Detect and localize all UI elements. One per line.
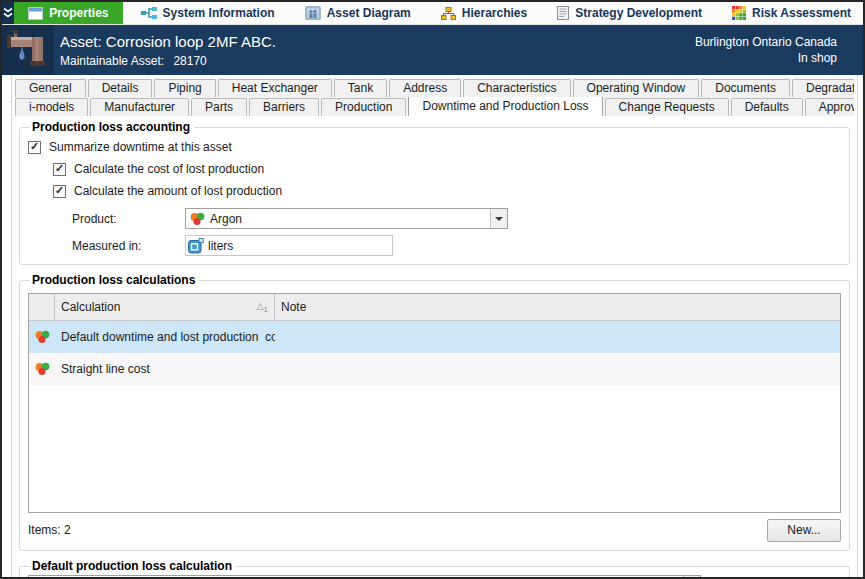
toolbar-tab-label: Hierarchies [462, 6, 527, 20]
tab-degradation-info[interactable]: Degradation Info [792, 79, 854, 97]
default-production-loss-calculation-group: Default production loss calculation Defa… [19, 559, 850, 579]
production-loss-accounting-group: Production loss accounting Summarize dow… [19, 120, 850, 265]
checkbox-checked[interactable] [28, 141, 41, 154]
calculation-cell: Default downtime and lost production co.… [55, 321, 275, 353]
corroded-pipe-icon [2, 25, 54, 75]
measured-in-label: Measured in: [72, 239, 185, 253]
tab-change-requests[interactable]: Change Requests [605, 98, 729, 116]
tab-production[interactable]: Production [321, 98, 406, 116]
table-row[interactable]: Default downtime and lost production co.… [29, 321, 840, 353]
tab-approvals[interactable]: Approvals [805, 98, 854, 116]
tab-manufacturer[interactable]: Manufacturer [90, 98, 189, 116]
molecule-icon [190, 212, 205, 226]
toolbar-tab-system-information[interactable]: System Information [129, 2, 287, 24]
tab-defaults[interactable]: Defaults [731, 98, 803, 116]
toolbar-tab-risk-assessment[interactable]: Risk Assessment [720, 2, 863, 24]
risk-matrix-icon [732, 6, 746, 20]
collapse-toolbar-button[interactable] [2, 2, 14, 24]
asset-header: Asset: Corrosion loop 2MF ABC. Maintaina… [2, 25, 863, 75]
checkbox-label: Summarize downtime at this asset [49, 140, 232, 154]
toolbar-tab-hierarchies[interactable]: Hierarchies [429, 2, 539, 24]
note-cell [275, 353, 840, 385]
tab-details[interactable]: Details [88, 79, 153, 97]
toolbar-tab-label: Properties [49, 6, 108, 20]
dropdown-arrow-icon[interactable] [490, 209, 507, 228]
unit-icon [188, 238, 204, 254]
new-button[interactable]: New... [767, 519, 841, 542]
tab-general[interactable]: General [15, 79, 86, 97]
tab-content: Production loss accounting Summarize dow… [15, 116, 854, 579]
checkbox-label: Calculate the cost of lost production [74, 162, 264, 176]
toolbar-tab-label: Asset Diagram [327, 6, 411, 20]
tab-row-1: General Details Piping Heat Exchanger Ta… [15, 78, 854, 97]
production-loss-calculations-group: Production loss calculations Calculation… [19, 273, 850, 551]
tab-operating-window[interactable]: Operating Window [573, 79, 700, 97]
toolbar-tab-label: Risk Assessment [752, 6, 851, 20]
tab-parts[interactable]: Parts [191, 98, 247, 116]
table-header-row: Calculation △1 Note [29, 294, 840, 321]
group-title: Default production loss calculation [30, 559, 236, 573]
tab-piping[interactable]: Piping [154, 79, 215, 97]
toolbar-tab-asset-diagram[interactable]: Asset Diagram [293, 2, 423, 24]
maintainable-asset-label: Maintainable Asset: [60, 54, 164, 68]
measured-in-value: liters [208, 239, 233, 253]
tab-barriers[interactable]: Barriers [249, 98, 319, 116]
checkbox-checked[interactable] [53, 163, 66, 176]
sort-ascending-icon: △1 [257, 301, 268, 314]
maintainable-asset-id: 28170 [173, 54, 206, 68]
asset-diagram-icon [305, 6, 321, 20]
measured-in-field[interactable]: liters [185, 235, 393, 256]
calculations-table: Calculation △1 Note Default downtime and… [28, 293, 841, 513]
chevron-double-down-icon [2, 7, 14, 19]
tab-documents[interactable]: Documents [701, 79, 790, 97]
calculation-column-header[interactable]: Calculation △1 [55, 294, 275, 320]
tab-i-models[interactable]: i-models [15, 98, 88, 116]
app-window: Properties System Information Asset Diag… [0, 0, 865, 579]
document-icon [557, 6, 569, 20]
note-cell [275, 321, 840, 353]
molecule-icon [29, 353, 55, 385]
icon-column-header[interactable] [29, 294, 55, 320]
group-title: Production loss calculations [30, 273, 199, 287]
properties-panel: General Details Piping Heat Exchanger Ta… [11, 75, 858, 579]
tab-downtime-and-production-loss[interactable]: Downtime and Production Loss [408, 97, 602, 116]
default-calculation-dropdown[interactable]: Default downtime and lost production cos… [28, 575, 701, 579]
summarize-downtime-checkbox-row[interactable]: Summarize downtime at this asset [28, 136, 841, 158]
product-label: Product: [72, 212, 185, 226]
asset-status: In shop [695, 50, 837, 66]
toolbar-tab-strategy-development[interactable]: Strategy Development [545, 2, 714, 24]
tab-strip: General Details Piping Heat Exchanger Ta… [15, 78, 854, 116]
toolbar-tab-label: System Information [163, 6, 275, 20]
product-value: Argon [210, 212, 242, 226]
tab-address[interactable]: Address [389, 79, 461, 97]
main-toolbar: Properties System Information Asset Diag… [2, 2, 863, 25]
checkbox-label: Calculate the amount of lost production [74, 184, 282, 198]
asset-title: Asset: Corrosion loop 2MF ABC. [60, 32, 695, 51]
table-row[interactable]: Straight line cost [29, 353, 840, 385]
product-dropdown[interactable]: Argon [185, 208, 508, 229]
tab-characteristics[interactable]: Characteristics [463, 79, 570, 97]
system-info-icon [141, 6, 157, 20]
toolbar-tab-properties[interactable]: Properties [14, 2, 122, 24]
hierarchy-icon [441, 7, 456, 20]
items-count: Items: 2 [28, 523, 71, 537]
group-title: Production loss accounting [30, 120, 194, 134]
window-icon [28, 7, 43, 20]
calculation-cell: Straight line cost [55, 353, 275, 385]
note-column-header[interactable]: Note [275, 294, 840, 320]
calculate-cost-checkbox-row[interactable]: Calculate the cost of lost production [53, 158, 841, 180]
tab-row-2: i-models Manufacturer Parts Barriers Pro… [15, 97, 854, 116]
column-label: Note [281, 300, 306, 314]
column-label: Calculation [61, 300, 120, 314]
tab-heat-exchanger[interactable]: Heat Exchanger [218, 79, 332, 97]
tab-tank[interactable]: Tank [334, 79, 387, 97]
toolbar-tab-label: Strategy Development [575, 6, 702, 20]
asset-location: Burlington Ontario Canada [695, 34, 837, 50]
table-empty-area [29, 385, 840, 512]
molecule-icon [29, 321, 55, 353]
checkbox-checked[interactable] [53, 185, 66, 198]
calculate-amount-checkbox-row[interactable]: Calculate the amount of lost production [53, 180, 841, 202]
